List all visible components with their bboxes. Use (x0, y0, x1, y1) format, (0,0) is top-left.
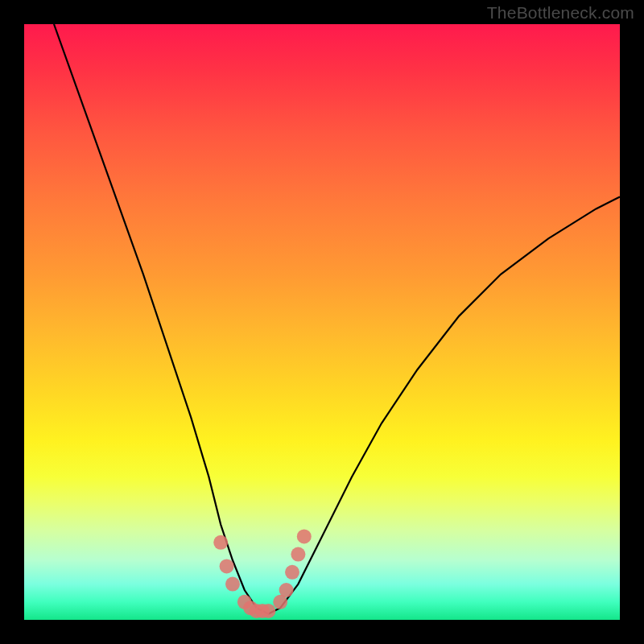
curve-marker (297, 529, 312, 543)
curve-marker (261, 604, 275, 618)
curve-marker (285, 565, 299, 580)
curve-marker (291, 547, 305, 562)
curve-marker (279, 583, 294, 597)
curve-marker (213, 535, 228, 550)
curve-marker (220, 559, 234, 573)
watermark-text: TheBottleneck.com (487, 3, 634, 23)
chart-svg (24, 24, 620, 620)
bottleneck-curve-path (54, 24, 620, 614)
chart-frame: TheBottleneck.com (0, 0, 644, 644)
plot-area (24, 24, 620, 620)
curve-marker (225, 577, 240, 592)
curve-markers (213, 529, 312, 618)
